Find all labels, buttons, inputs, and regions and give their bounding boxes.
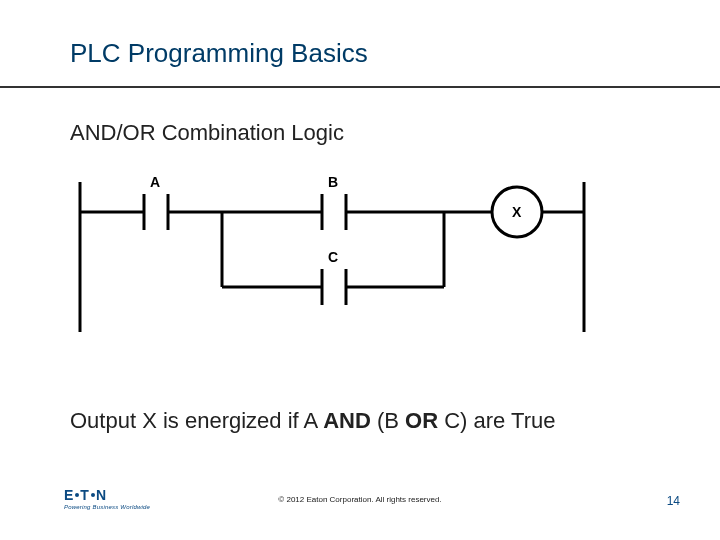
- title-divider: [0, 86, 720, 88]
- conclusion-mid: (B: [371, 408, 405, 433]
- slide-title: PLC Programming Basics: [70, 38, 368, 69]
- copyright-text: © 2012 Eaton Corporation. All rights res…: [0, 495, 720, 504]
- page-number: 14: [667, 494, 680, 508]
- coil-x-label: X: [512, 204, 522, 220]
- conclusion-or: OR: [405, 408, 438, 433]
- contact-c-label: C: [328, 249, 338, 265]
- brand-tagline: Powering Business Worldwide: [64, 504, 150, 510]
- conclusion-and: AND: [323, 408, 371, 433]
- slide: PLC Programming Basics AND/OR Combinatio…: [0, 0, 720, 540]
- conclusion-post: C) are True: [438, 408, 555, 433]
- conclusion-pre: Output X is energized if A: [70, 408, 323, 433]
- contact-b-label: B: [328, 174, 338, 190]
- contact-a-label: A: [150, 174, 160, 190]
- ladder-diagram: A B C X: [72, 172, 592, 342]
- slide-subtitle: AND/OR Combination Logic: [70, 120, 344, 146]
- conclusion-text: Output X is energized if A AND (B OR C) …: [70, 408, 555, 434]
